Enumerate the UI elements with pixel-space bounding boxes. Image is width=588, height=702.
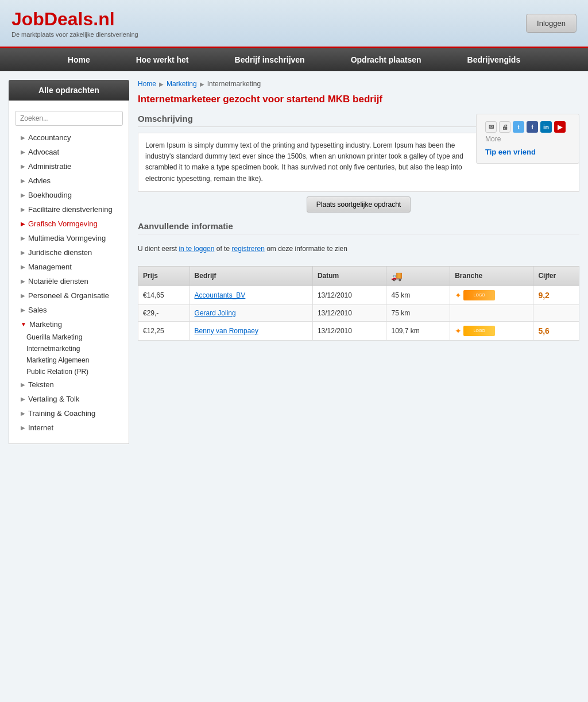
bedrijf-link[interactable]: Accountants_BV (195, 291, 246, 299)
facebook-share-icon[interactable]: f (527, 121, 538, 133)
cell-cijfer: 5,6 (533, 321, 579, 340)
cell-branche (450, 304, 533, 321)
arrow-icon: ▶ (21, 192, 25, 198)
sidebar-item-advocaat[interactable]: ▶ Advocaat (9, 145, 129, 159)
col-cijfer: Cijfer (533, 266, 579, 286)
login-button[interactable]: Inloggen (526, 14, 577, 33)
cell-bedrijf: Accountants_BV (189, 286, 312, 304)
sidebar-item-advies[interactable]: ▶ Advies (9, 173, 129, 188)
col-bedrijf: Bedrijf (189, 266, 312, 286)
login-link[interactable]: in te loggen (179, 245, 214, 253)
main-nav: Home Hoe werkt het Bedrijf inschrijven O… (0, 48, 588, 71)
table-row: €12,25 Benny van Rompaey 13/12/2010 109,… (138, 321, 579, 340)
logo: JobDeals.nl De marktplaats voor zakelijk… (11, 9, 138, 38)
breadcrumb-sep1: ▶ (159, 81, 164, 87)
place-similar-button[interactable]: Plaats soortgelijke opdracht (307, 196, 411, 213)
arrow-icon: ▶ (21, 221, 25, 227)
sidebar-sub-guerilla[interactable]: Guerilla Marketing (26, 331, 129, 343)
cell-prijs: €14,65 (138, 286, 190, 304)
branche-star-icon: ✦ (455, 326, 462, 335)
logo-job: Job (11, 9, 44, 29)
sidebar-item-multimedia[interactable]: ▶ Multimedia Vormgeving (9, 231, 129, 245)
cell-bedrijf: Gerard Joling (189, 304, 312, 321)
twitter-share-icon[interactable]: t (513, 121, 524, 133)
nav-home[interactable]: Home (45, 48, 113, 71)
sidebar-item-label: Training & Coaching (28, 409, 95, 418)
register-link[interactable]: registreren (231, 245, 264, 253)
sidebar-item-facilitaire[interactable]: ▶ Facilitaire dienstverlening (9, 202, 129, 217)
addl-text-post: om deze informatie te zien (265, 245, 347, 253)
share-more-label: More (485, 135, 501, 143)
sidebar-item-marketing[interactable]: ▼ Marketing (9, 317, 129, 331)
content-wrapper: Alle opdrachten ▶ Accountancy ▶ Advocaat… (0, 71, 588, 453)
sidebar-sub-algemeen[interactable]: Marketing Algemeen (26, 354, 129, 366)
bedrijf-link[interactable]: Benny van Rompaey (195, 327, 258, 335)
sidebar-item-boekhouding[interactable]: ▶ Boekhouding (9, 188, 129, 202)
sidebar-item-administratie[interactable]: ▶ Administratie (9, 159, 129, 173)
search-input[interactable] (15, 111, 123, 126)
sidebar-item-label: Boekhouding (28, 191, 72, 199)
youtube-share-icon[interactable]: ▶ (554, 121, 566, 133)
sidebar-item-label: Sales (28, 306, 47, 314)
additional-info-section: Aanvullende informatie U dient eerst in … (138, 221, 579, 257)
share-icons: ✉ 🖨 t f in ▶ More (485, 121, 570, 143)
sidebar-item-label: Juridische diensten (28, 248, 92, 257)
arrow-icon: ▶ (21, 249, 25, 256)
sidebar-sub-pr[interactable]: Public Relation (PR) (26, 366, 129, 377)
cell-km: 109,7 km (386, 321, 450, 340)
nav-place-order[interactable]: Opdracht plaatsen (328, 48, 444, 71)
table-row: €14,65 Accountants_BV 13/12/2010 45 km ✦… (138, 286, 579, 304)
cell-bedrijf: Benny van Rompaey (189, 321, 312, 340)
nav-how-it-works[interactable]: Hoe werkt het (113, 48, 212, 71)
arrow-icon: ▶ (21, 278, 25, 284)
nav-register-company[interactable]: Bedrijf inschrijven (212, 48, 328, 71)
sidebar-item-juridische[interactable]: ▶ Juridische diensten (9, 245, 129, 260)
col-datum: Datum (312, 266, 386, 286)
sidebar-item-label: Advocaat (28, 148, 59, 156)
sidebar-item-label: Vertaling & Tolk (28, 395, 79, 403)
bedrijf-link[interactable]: Gerard Joling (195, 309, 236, 317)
addl-text: U dient eerst in te loggen of te registr… (138, 240, 579, 257)
truck-icon: 🚚 (391, 271, 403, 281)
table-row: €29,- Gerard Joling 13/12/2010 75 km (138, 304, 579, 321)
cell-km: 45 km (386, 286, 450, 304)
cell-prijs: €12,25 (138, 321, 190, 340)
email-share-icon[interactable]: ✉ (485, 121, 497, 133)
sidebar-item-grafisch[interactable]: ▶ Grafisch Vormgeving (9, 217, 129, 231)
sidebar-item-teksten[interactable]: ▶ Teksten (9, 377, 129, 392)
cell-cijfer (533, 304, 579, 321)
sidebar-item-vertaling[interactable]: ▶ Vertaling & Tolk (9, 392, 129, 406)
arrow-icon: ▼ (21, 321, 26, 327)
table-header: Prijs Bedrijf Datum 🚚 Branche Cijfer (138, 266, 579, 286)
table-body: €14,65 Accountants_BV 13/12/2010 45 km ✦… (138, 286, 579, 340)
breadcrumb-marketing[interactable]: Marketing (167, 80, 197, 88)
sidebar-item-notariele[interactable]: ▶ Notariële diensten (9, 274, 129, 288)
addl-text-pre: U dient eerst (138, 245, 179, 253)
sidebar-item-management[interactable]: ▶ Management (9, 260, 129, 274)
sidebar-item-label: Grafisch Vormgeving (28, 219, 98, 228)
sidebar-sub-internet[interactable]: Internetmarketing (26, 343, 129, 354)
sidebar-item-training[interactable]: ▶ Training & Coaching (9, 406, 129, 421)
sidebar-item-label: Notariële diensten (28, 277, 88, 286)
addl-heading: Aanvullende informatie (138, 221, 579, 234)
arrow-icon: ▶ (21, 381, 25, 388)
header: JobDeals.nl De marktplaats voor zakelijk… (0, 0, 588, 48)
share-box: ✉ 🖨 t f in ▶ More Tip een vriend (476, 114, 579, 164)
sidebar-item-label: Multimedia Vormgeving (28, 234, 106, 242)
arrow-icon: ▶ (21, 178, 25, 184)
col-prijs: Prijs (138, 266, 190, 286)
col-km: 🚚 (386, 266, 450, 286)
arrow-icon: ▶ (21, 425, 25, 431)
sidebar-item-accountancy[interactable]: ▶ Accountancy (9, 130, 129, 145)
sidebar-item-internet[interactable]: ▶ Internet (9, 421, 129, 435)
print-share-icon[interactable]: 🖨 (499, 121, 510, 133)
tip-vriend-link[interactable]: Tip een vriend (485, 148, 536, 156)
page-title: Internetmarketeer gezocht voor startend … (138, 94, 579, 105)
sidebar-item-personeel[interactable]: ▶ Personeel & Organisatie (9, 288, 129, 303)
sidebar: Alle opdrachten ▶ Accountancy ▶ Advocaat… (9, 80, 129, 444)
cell-datum: 13/12/2010 (312, 286, 386, 304)
nav-company-guide[interactable]: Bedrijvengids (444, 48, 544, 71)
breadcrumb-home[interactable]: Home (138, 80, 156, 88)
sidebar-item-sales[interactable]: ▶ Sales (9, 303, 129, 317)
linkedin-share-icon[interactable]: in (540, 121, 552, 133)
